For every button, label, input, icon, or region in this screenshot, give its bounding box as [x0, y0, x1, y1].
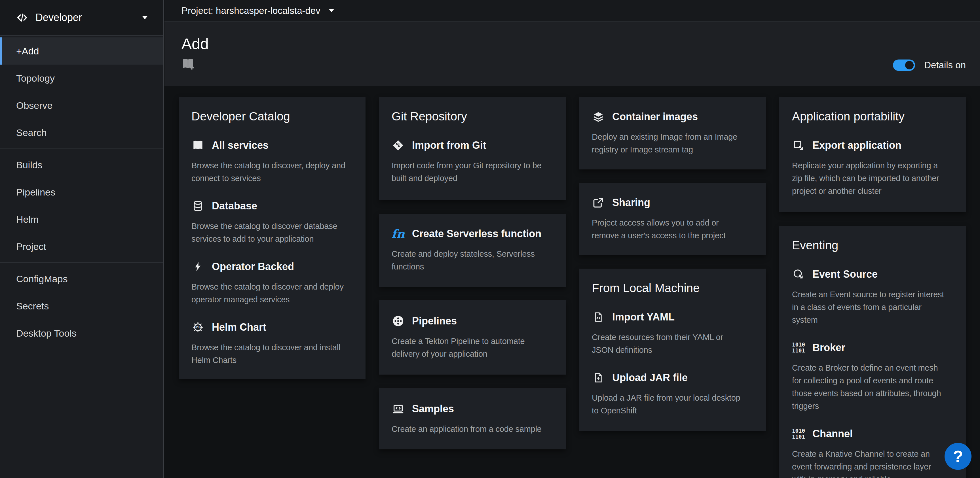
channel-link[interactable]: 1010 1101 Channel	[792, 427, 953, 440]
event-source-icon	[792, 268, 805, 281]
upload-jar-item: Upload JAR file Upload a JAR file from y…	[592, 371, 753, 417]
item-label: Event Source	[812, 268, 878, 280]
sidebar-item-helm[interactable]: Helm	[0, 206, 163, 233]
add-page-content: Developer Catalog All services Bro	[164, 86, 980, 478]
card-title: Git Repository	[391, 110, 553, 123]
item-description: Replicate your application by exporting …	[792, 159, 953, 197]
card-sharing: Sharing Project access allows you to add…	[579, 183, 766, 255]
upload-jar-link[interactable]: Upload JAR file	[592, 371, 753, 384]
sidebar-item-project[interactable]: Project	[0, 233, 163, 260]
project-selector[interactable]: Project: harshcasper-localsta-dev	[164, 0, 980, 22]
sidebar-item-label: Pipelines	[16, 187, 55, 198]
helm-chart-link[interactable]: HELM Helm Chart	[191, 321, 353, 334]
details-toggle[interactable]	[893, 59, 915, 71]
svg-text:HELM: HELM	[194, 326, 202, 329]
create-serverless-function-link[interactable]: fn Create Serverless function	[391, 227, 553, 240]
import-yaml-link[interactable]: Import YAML	[592, 311, 753, 324]
svg-text:1010: 1010	[792, 341, 805, 348]
git-icon	[391, 139, 405, 152]
item-description: Upload a JAR file from your local deskto…	[592, 392, 753, 417]
sidebar-item-label: Project	[16, 241, 46, 252]
guided-tour-button[interactable]	[181, 57, 195, 72]
samples-item: Samples Create an application from a cod…	[391, 402, 553, 435]
item-label: Export application	[812, 140, 902, 151]
toggle-knob	[905, 61, 914, 70]
item-description: Create a Tekton Pipeline to automate del…	[391, 335, 553, 360]
sidebar-item-label: +Add	[16, 46, 39, 57]
card-title: Application portability	[792, 110, 953, 123]
sidebar: Developer +Add Topology Observe Search B…	[0, 0, 164, 478]
sidebar-item-secrets[interactable]: Secrets	[0, 292, 163, 319]
sidebar-item-label: Topology	[16, 73, 55, 84]
sidebar-item-desktop-tools[interactable]: Desktop Tools	[0, 319, 163, 347]
item-label: Pipelines	[412, 315, 457, 327]
catalog-item-operator-backed: Operator Backed Browse the catalog to di…	[191, 260, 353, 306]
svg-text:1010: 1010	[792, 427, 805, 434]
card-pipelines: Pipelines Create a Tekton Pipeline to au…	[379, 300, 566, 375]
item-label: Samples	[412, 403, 454, 415]
book-plus-icon	[181, 68, 195, 72]
container-images-item: Container images Deploy an existing Imag…	[592, 110, 753, 156]
sidebar-item-search[interactable]: Search	[0, 119, 163, 146]
card-application-portability: Application portability Export applicati…	[779, 97, 966, 212]
laptop-code-icon	[391, 402, 405, 415]
item-label: All services	[212, 140, 269, 151]
sidebar-item-observe[interactable]: Observe	[0, 92, 163, 119]
import-from-git-link[interactable]: Import from Git	[391, 139, 553, 152]
details-toggle-label: Details on	[924, 60, 966, 71]
card-samples: Samples Create an application from a cod…	[379, 388, 566, 449]
sidebar-item-topology[interactable]: Topology	[0, 65, 163, 92]
item-description: Create and deploy stateless, Serverless …	[391, 248, 553, 273]
column-1: Developer Catalog All services Bro	[179, 97, 366, 478]
svg-text:1101: 1101	[792, 434, 805, 440]
question-mark-icon: ?	[953, 447, 963, 466]
item-description: Browse the catalog to discover database …	[191, 220, 353, 245]
item-label: Import YAML	[612, 311, 675, 323]
pipelines-link[interactable]: Pipelines	[391, 314, 553, 327]
perspective-switcher[interactable]: Developer	[0, 0, 163, 36]
card-title: Eventing	[792, 238, 953, 252]
column-2: Git Repository Import	[379, 97, 566, 478]
sharing-link[interactable]: Sharing	[592, 196, 753, 209]
database-link[interactable]: Database	[191, 200, 353, 213]
samples-link[interactable]: Samples	[391, 402, 553, 415]
column-3: Container images Deploy an existing Imag…	[579, 97, 766, 478]
sidebar-item-label: Desktop Tools	[16, 328, 76, 339]
container-images-link[interactable]: Container images	[592, 110, 753, 123]
item-label: Import from Git	[412, 140, 486, 151]
sidebar-item-label: Helm	[16, 214, 38, 225]
pipelines-item: Pipelines Create a Tekton Pipeline to au…	[391, 314, 553, 360]
catalog-item-all-services: All services Browse the catalog to disco…	[191, 139, 353, 185]
item-description: Create a Broker to define an event mesh …	[792, 362, 953, 413]
svg-text:1101: 1101	[792, 348, 805, 354]
item-label: Broker	[812, 342, 845, 354]
item-label: Container images	[612, 111, 698, 123]
sidebar-item-add[interactable]: +Add	[0, 37, 163, 65]
sidebar-item-builds[interactable]: Builds	[0, 151, 163, 178]
item-description: Browse the catalog to discover and insta…	[191, 341, 353, 367]
card-serverless: fn Create Serverless function Create and…	[379, 214, 566, 287]
event-source-link[interactable]: Event Source	[792, 268, 953, 281]
chevron-down-icon	[329, 9, 334, 12]
sidebar-item-label: Observe	[16, 100, 53, 111]
item-description: Create an Event source to register inter…	[792, 288, 953, 326]
sidebar-item-pipelines[interactable]: Pipelines	[0, 178, 163, 206]
card-developer-catalog: Developer Catalog All services Bro	[179, 97, 366, 379]
help-button[interactable]: ?	[945, 443, 972, 470]
serverless-item: fn Create Serverless function Create and…	[391, 227, 553, 273]
broker-link[interactable]: 1010 1101 Broker	[792, 341, 953, 354]
main-area: Project: harshcasper-localsta-dev Add D	[164, 0, 980, 478]
project-selector-label: Project: harshcasper-localsta-dev	[181, 5, 320, 16]
item-description: Project access allows you to add or remo…	[592, 216, 753, 242]
export-application-link[interactable]: Export application	[792, 139, 953, 152]
channel-icon: 1010 1101	[792, 427, 805, 440]
sidebar-item-configmaps[interactable]: ConfigMaps	[0, 265, 163, 292]
helm-icon: HELM	[191, 321, 204, 334]
all-services-link[interactable]: All services	[191, 139, 353, 152]
perspective-label: Developer	[35, 12, 82, 24]
item-label: Create Serverless function	[412, 228, 541, 240]
details-toggle-group: Details on	[893, 59, 966, 71]
card-from-local-machine: From Local Machine Import YAML	[579, 268, 766, 431]
operator-backed-link[interactable]: Operator Backed	[191, 260, 353, 273]
sidebar-item-label: Search	[16, 127, 47, 138]
